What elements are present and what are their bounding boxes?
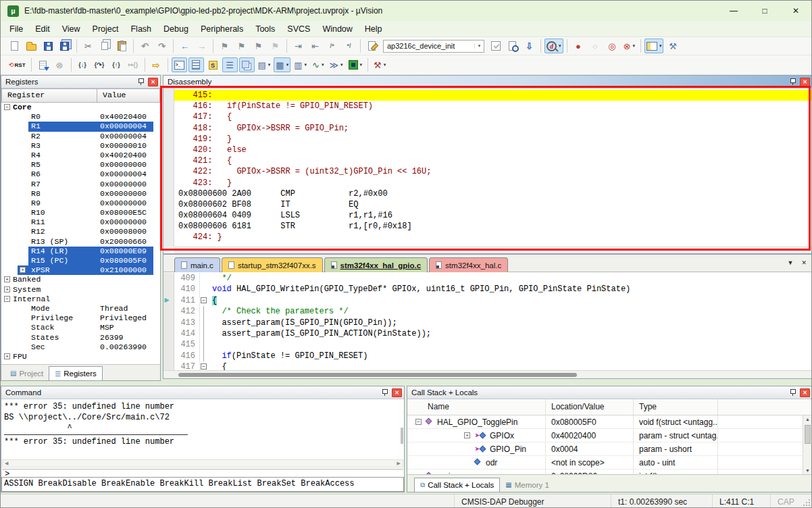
scroll-left-icon[interactable]: ◀ <box>5 461 8 466</box>
callstack-row[interactable]: ➤GPIO_Pin0x0004param - ushort <box>407 442 803 456</box>
toolbox-icon[interactable]: ⚒▾ <box>372 57 388 72</box>
expand-toggle[interactable]: + <box>4 286 10 293</box>
command-window-icon[interactable]: >_ <box>172 57 187 72</box>
copy-icon[interactable] <box>97 39 113 53</box>
register-row[interactable]: PrivilegePrivileged <box>1 313 160 323</box>
expand-toggle[interactable]: − <box>415 419 422 425</box>
chevron-down-icon[interactable]: ▾ <box>286 62 289 68</box>
watch-window-icon[interactable]: ▤▾ <box>256 57 273 72</box>
breakpoint-margin[interactable] <box>163 318 174 328</box>
register-row[interactable]: Sec0.00263990 <box>1 342 160 352</box>
callstack-row[interactable]: +➤GPIOx0x40020400param - struct <untag..… <box>407 429 803 442</box>
pin-icon[interactable] <box>789 388 796 397</box>
menu-item-svcs[interactable]: SVCS <box>281 21 316 36</box>
serial-window-icon[interactable]: ▥▾ <box>292 57 309 72</box>
disassembly-window-icon[interactable] <box>188 57 204 72</box>
stop-running-icon[interactable]: ⊗ <box>52 57 68 72</box>
indent-right-icon[interactable]: ⇥ <box>290 39 306 53</box>
close-icon[interactable]: ✕ <box>392 388 402 397</box>
cut-icon[interactable]: ✂ <box>80 39 96 53</box>
comment-selection-icon[interactable]: /* <box>324 39 340 53</box>
close-icon[interactable]: ✕ <box>800 388 810 397</box>
chevron-down-icon[interactable]: ▾ <box>322 62 324 68</box>
step-over-icon[interactable]: {↷} <box>92 57 107 72</box>
register-row[interactable]: R100x08000E5C <box>1 208 160 218</box>
chevron-down-icon[interactable]: ▾ <box>304 62 307 68</box>
scroll-right-icon[interactable]: ▶ <box>397 461 401 466</box>
register-row[interactable]: R60x00000004 <box>1 170 160 179</box>
register-row[interactable]: +System <box>1 285 160 295</box>
register-row[interactable]: +Banked <box>1 275 160 284</box>
register-row[interactable]: R20x00000004 <box>1 132 160 141</box>
register-row[interactable]: ModeThread <box>1 304 160 313</box>
memory-window-icon[interactable]: ▦▾ <box>274 57 290 72</box>
scroll-thumb[interactable] <box>401 428 403 444</box>
chevron-down-icon[interactable]: ▾ <box>340 62 343 68</box>
menu-item-window[interactable]: Window <box>316 21 358 36</box>
register-row[interactable]: R10x00000004 <box>1 122 160 131</box>
register-row[interactable]: R14 (LR)0x08000E09 <box>1 247 160 256</box>
menu-item-tools[interactable]: Tools <box>249 21 281 36</box>
expand-toggle[interactable]: − <box>4 296 10 302</box>
breakpoint-margin[interactable] <box>163 306 174 317</box>
tab-list-icon[interactable]: ▼ <box>788 259 794 266</box>
redo-icon[interactable]: ↷ <box>154 39 170 53</box>
bookmark-toggle-icon[interactable]: ⚑ <box>217 39 232 53</box>
callstack-row[interactable]: odr<not in scope>auto - uint <box>407 456 803 469</box>
registers-window-icon[interactable]: ☰ <box>222 57 238 72</box>
menu-item-edit[interactable]: Edit <box>29 21 56 36</box>
location-column-label[interactable]: Location/Value <box>546 399 634 415</box>
chevron-down-icon[interactable]: ▾ <box>384 62 386 68</box>
breakpoint-margin[interactable] <box>163 328 174 339</box>
breakpoint-margin[interactable] <box>163 339 174 350</box>
register-row[interactable]: StackMSP <box>1 323 160 332</box>
open-file-icon[interactable] <box>24 39 39 53</box>
chevron-down-icon[interactable]: ▾ <box>360 62 363 68</box>
register-row[interactable]: R80x00000000 <box>1 189 160 199</box>
show-current-statement-icon[interactable] <box>35 57 51 72</box>
breakpoint-margin[interactable]: ▶ <box>163 295 174 306</box>
scroll-up-icon[interactable]: ▲ <box>803 417 812 422</box>
callstack-vscrollbar[interactable]: ▲ ▼ <box>803 415 812 474</box>
tab-stm32f4xx_hal_gpio.c[interactable]: stm32f4xx_hal_gpio.c <box>324 257 428 272</box>
chevron-down-icon[interactable]: ▾ <box>632 43 635 49</box>
save-icon[interactable] <box>41 39 56 53</box>
new-file-icon[interactable] <box>7 39 22 53</box>
disable-breakpoint-icon[interactable]: ○ <box>588 39 603 53</box>
callstack-row[interactable]: −HAL_GPIO_TogglePin0x080005F0void f(stru… <box>407 415 803 429</box>
register-row[interactable]: −Internal <box>1 295 160 304</box>
register-row[interactable]: R00x40020400 <box>1 112 160 122</box>
navigate-forward-icon[interactable]: → <box>194 39 209 53</box>
chevron-down-icon[interactable]: ▾ <box>659 43 662 49</box>
value-column-label[interactable]: Value <box>97 88 160 103</box>
expand-toggle[interactable]: + <box>20 267 26 273</box>
close-icon[interactable]: ✕ <box>148 78 158 86</box>
register-row[interactable]: States26399 <box>1 333 160 342</box>
close-button[interactable]: ✕ <box>780 1 811 21</box>
start-stop-debug-icon[interactable]: d▾ <box>544 39 563 53</box>
register-row[interactable]: +FPU <box>1 352 160 361</box>
insert-breakpoint-icon[interactable]: ● <box>571 39 586 53</box>
current-function-icon[interactable] <box>364 39 380 53</box>
step-into-icon[interactable]: {↓} <box>75 57 91 72</box>
chevron-down-icon[interactable]: ▾ <box>559 43 561 49</box>
register-row[interactable]: R15 (PC)0x080005F0 <box>1 256 160 265</box>
type-column-label[interactable]: Type <box>634 399 718 415</box>
run-icon[interactable]: ⇨ <box>149 57 164 72</box>
analysis-window-icon[interactable]: ∿▾ <box>310 57 326 72</box>
find-scope-icon[interactable] <box>488 39 503 53</box>
paste-icon[interactable] <box>114 39 130 53</box>
menu-item-flash[interactable]: Flash <box>124 21 157 36</box>
symbols-window-icon[interactable]: S <box>205 57 221 72</box>
pin-icon[interactable] <box>789 78 796 86</box>
command-vscrollbar[interactable] <box>401 399 403 459</box>
maximize-button[interactable]: □ <box>749 1 780 21</box>
name-column-label[interactable]: Name <box>407 399 546 415</box>
callstack-row[interactable]: main0x08000D80int f() <box>407 469 803 474</box>
menu-item-peripherals[interactable]: Peripherals <box>195 21 249 36</box>
system-viewer-icon[interactable]: ▾ <box>347 57 365 72</box>
register-row[interactable]: R13 (SP)0x20000660 <box>1 237 160 247</box>
reset-cpu-icon[interactable]: ⟲RST <box>7 57 28 72</box>
tab-memory-1[interactable]: ▦Memory 1 <box>500 478 555 492</box>
register-row[interactable]: R70x00000000 <box>1 180 160 189</box>
